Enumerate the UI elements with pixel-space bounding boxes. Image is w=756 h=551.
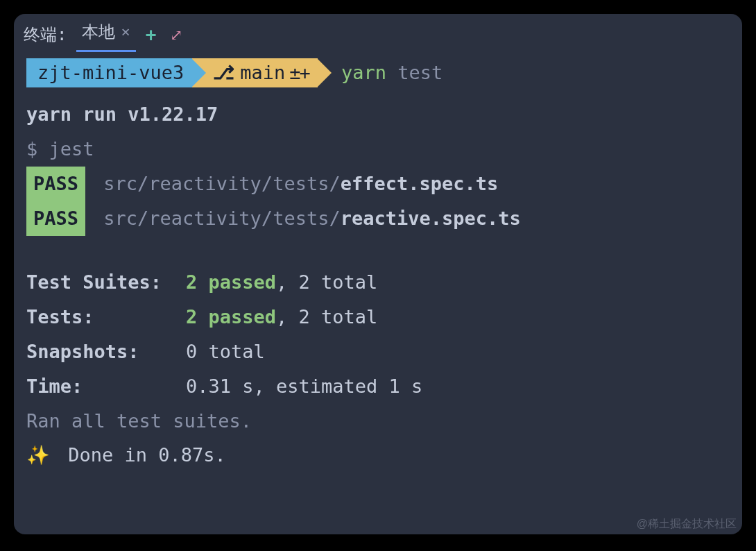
command-yarn: yarn (341, 62, 386, 83)
jest-line: $ jest (26, 132, 730, 167)
passed-count: 2 passed (186, 271, 276, 293)
summary-label: Tests: (26, 300, 186, 334)
time-value: 0.31 s, estimated 1 s (186, 369, 422, 404)
yarn-run-line: yarn run v1.22.17 (26, 97, 730, 132)
tab-bar: 终端: 本地 × + ⤢ (14, 14, 742, 50)
terminal-window: 终端: 本地 × + ⤢ zjt-mini-vue3 ⎇ main ±+ yar… (14, 14, 742, 534)
watermark: @稀土掘金技术社区 (637, 517, 737, 532)
passed-count: 2 passed (186, 306, 276, 328)
git-branch-icon: ⎇ (213, 58, 234, 87)
file-path: src/reactivity/tests/ (103, 173, 340, 194)
tab-active-label: 本地 (82, 21, 115, 43)
test-result-row: PASS src/reactivity/tests/reactive.spec.… (26, 201, 730, 236)
prompt-line: zjt-mini-vue3 ⎇ main ±+ yarn test (26, 58, 730, 87)
file-path: src/reactivity/tests/ (103, 207, 340, 229)
branch-status: ±+ (289, 58, 309, 87)
test-result-row: PASS src/reactivity/tests/effect.spec.ts (26, 167, 730, 201)
file-name: effect.spec.ts (341, 173, 499, 194)
add-tab-icon[interactable]: + (146, 24, 157, 45)
prompt-project: zjt-mini-vue3 (26, 58, 192, 87)
summary-time: Time: 0.31 s, estimated 1 s (26, 369, 730, 404)
prompt-branch: ⎇ main ±+ (192, 58, 318, 87)
terminal-body[interactable]: zjt-mini-vue3 ⎇ main ±+ yarn test yarn r… (14, 50, 742, 481)
pass-badge: PASS (26, 167, 85, 201)
sparkle-icon: ✨ (26, 444, 50, 466)
tab-active[interactable]: 本地 × (76, 18, 135, 52)
snapshots-value: 0 total (186, 334, 265, 369)
summary-snapshots: Snapshots: 0 total (26, 334, 730, 369)
summary-label: Test Suites: (26, 265, 186, 300)
command-input: yarn test (341, 58, 443, 87)
tab-bar-prefix: 终端: (24, 24, 67, 46)
done-line: ✨ Done in 0.87s. (26, 438, 730, 473)
pass-badge: PASS (26, 201, 85, 236)
summary-block: Test Suites: 2 passed, 2 total Tests: 2 … (26, 265, 730, 473)
branch-name: main (240, 58, 285, 87)
close-icon[interactable]: × (121, 23, 130, 40)
ran-line: Ran all test suites. (26, 404, 730, 439)
summary-tests: Tests: 2 passed, 2 total (26, 300, 730, 334)
summary-label: Snapshots: (26, 334, 186, 369)
total-count: , 2 total (276, 306, 377, 328)
file-name: reactive.spec.ts (341, 207, 521, 229)
expand-icon[interactable]: ⤢ (170, 26, 182, 44)
summary-suites: Test Suites: 2 passed, 2 total (26, 265, 730, 300)
command-arg: test (397, 62, 443, 83)
done-text: Done in 0.87s. (68, 444, 226, 466)
summary-label: Time: (26, 369, 186, 404)
total-count: , 2 total (276, 271, 377, 293)
